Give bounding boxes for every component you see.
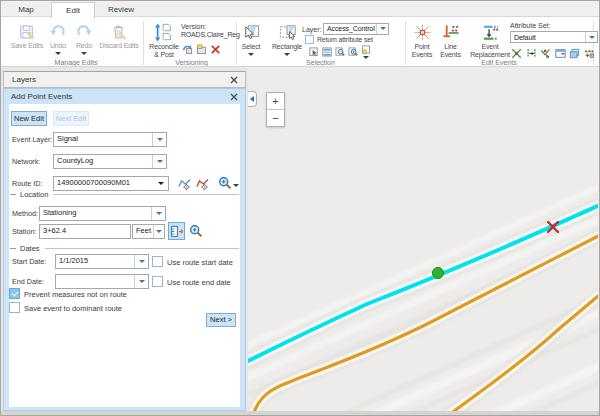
select-dropdown-caret[interactable] bbox=[248, 53, 254, 56]
delete-version-icon[interactable] bbox=[210, 44, 221, 55]
selection-small-buttons bbox=[309, 45, 371, 59]
event-layer-arrow[interactable] bbox=[152, 133, 166, 146]
redo-icon bbox=[75, 23, 93, 41]
network-combobox[interactable]: CountyLog bbox=[53, 154, 167, 169]
undo-button[interactable]: Undo bbox=[45, 23, 71, 55]
pane-collapse-tab[interactable] bbox=[248, 91, 257, 107]
line-events-button[interactable]: Line Events bbox=[437, 23, 464, 58]
select-route-red-button[interactable] bbox=[196, 177, 209, 191]
add-point-events-pane: Add Point Events New Edit Next Edit Even… bbox=[3, 88, 246, 411]
use-route-end-date-checkbox[interactable] bbox=[152, 276, 163, 287]
add-point-events-close-button[interactable] bbox=[227, 91, 241, 103]
group-label-manage-edits: Manage Edits bbox=[31, 59, 121, 66]
redo-dropdown-caret[interactable] bbox=[81, 52, 87, 55]
event-options-gear-icon[interactable] bbox=[584, 48, 595, 59]
rectangle-select-button[interactable]: Rectangle bbox=[268, 23, 306, 56]
station-units-combobox[interactable]: Feet bbox=[132, 224, 165, 239]
start-date-arrow[interactable] bbox=[134, 255, 148, 268]
undo-label: Undo bbox=[45, 42, 71, 50]
group-label-versioning: Versioning bbox=[147, 59, 236, 66]
rectangle-dropdown-caret[interactable] bbox=[284, 53, 290, 56]
select-button[interactable]: Select bbox=[238, 23, 264, 56]
split-event-icon[interactable] bbox=[511, 48, 522, 59]
event-point-marker[interactable] bbox=[433, 268, 444, 279]
map-view[interactable] bbox=[248, 67, 599, 411]
retire-event-icon[interactable] bbox=[540, 48, 551, 59]
discard-edits-button[interactable]: Discard Edits bbox=[95, 23, 143, 50]
route-zoom-button[interactable] bbox=[218, 176, 232, 190]
end-date-arrow[interactable] bbox=[134, 275, 148, 288]
save-to-dominant-row: Save event to dominant route bbox=[9, 302, 122, 313]
use-route-start-date-checkbox[interactable] bbox=[152, 256, 163, 267]
save-edits-icon bbox=[18, 23, 36, 41]
return-attribute-set-row: Return attribute set bbox=[305, 35, 373, 44]
station-value: 3+62.4 bbox=[40, 225, 130, 238]
undo-icon bbox=[49, 23, 67, 41]
route-id-combobox[interactable]: 14900000700090M01 bbox=[53, 176, 169, 191]
start-date-combobox[interactable]: 1/1/2015 bbox=[55, 254, 149, 269]
save-edits-label: Save Edits bbox=[7, 42, 47, 50]
attribute-set-combobox[interactable]: Default bbox=[510, 31, 598, 43]
copy-events-icon[interactable] bbox=[569, 48, 580, 59]
network-arrow[interactable] bbox=[152, 155, 166, 168]
rectangle-select-label: Rectangle bbox=[268, 43, 306, 51]
tab-map[interactable]: Map bbox=[11, 2, 41, 17]
prevent-measures-checkbox[interactable] bbox=[9, 288, 20, 299]
method-combobox[interactable]: Stationing bbox=[39, 206, 166, 221]
undo-dropdown-caret[interactable] bbox=[55, 52, 61, 55]
route-id-value: 14900000700090M01 bbox=[54, 177, 154, 190]
return-attribute-set-label: Return attribute set bbox=[317, 36, 373, 43]
refresh-version-icon[interactable] bbox=[182, 44, 193, 55]
station-input[interactable]: 3+62.4 bbox=[39, 224, 131, 239]
method-arrow[interactable] bbox=[151, 207, 165, 220]
station-picker-icon bbox=[170, 225, 183, 238]
event-attributes-icon[interactable] bbox=[555, 48, 566, 59]
layer-combobox[interactable]: Access_Control bbox=[323, 23, 389, 35]
zoom-in-button[interactable]: + bbox=[267, 93, 284, 110]
event-replacement-button[interactable]: Event Replacement bbox=[465, 23, 515, 58]
save-edits-button[interactable]: Save Edits bbox=[7, 23, 47, 50]
select-route-on-map-button[interactable] bbox=[177, 177, 191, 191]
map-canvas bbox=[248, 67, 598, 411]
zoom-to-selection-icon[interactable] bbox=[335, 47, 345, 57]
redo-button[interactable]: Redo bbox=[71, 23, 97, 55]
end-date-combobox[interactable] bbox=[55, 274, 149, 289]
location-group-header: Location bbox=[10, 190, 239, 199]
attribute-table-icon[interactable] bbox=[322, 47, 332, 57]
tab-edit[interactable]: Edit bbox=[51, 2, 95, 18]
tab-review[interactable]: Review bbox=[103, 2, 139, 17]
point-events-button[interactable]: Point Events bbox=[408, 23, 436, 58]
new-edit-button[interactable]: New Edit bbox=[11, 111, 47, 126]
pan-to-selection-icon[interactable] bbox=[348, 47, 358, 57]
save-to-dominant-checkbox[interactable] bbox=[9, 302, 20, 313]
layers-pane-header[interactable]: Layers bbox=[3, 71, 246, 88]
station-zoom-button[interactable] bbox=[189, 224, 203, 238]
attribute-set-combobox-arrow[interactable] bbox=[585, 32, 597, 42]
layers-pane-close-button[interactable] bbox=[227, 74, 241, 86]
arcgis-pro-window: Map Edit Review Save Edits Undo bbox=[0, 0, 600, 416]
next-edit-button[interactable]: Next Edit bbox=[53, 111, 89, 126]
route-id-arrow[interactable] bbox=[154, 177, 168, 190]
ribbon-tab-strip: Map Edit Review bbox=[1, 1, 599, 17]
edit-events-small-buttons bbox=[511, 48, 595, 59]
station-picker-button[interactable] bbox=[168, 222, 185, 240]
selection-options-icon[interactable] bbox=[361, 45, 371, 55]
layer-combobox-arrow[interactable] bbox=[376, 24, 388, 34]
route-zoom-caret[interactable] bbox=[233, 184, 239, 187]
version-value: ROADS.Claire_Reg bbox=[181, 31, 240, 38]
event-layer-combobox[interactable]: Signal bbox=[53, 132, 167, 147]
save-to-dominant-label: Save event to dominant route bbox=[24, 302, 122, 313]
add-point-events-header[interactable]: Add Point Events bbox=[4, 89, 245, 104]
return-attribute-set-checkbox[interactable] bbox=[305, 35, 314, 44]
next-button[interactable]: Next > bbox=[206, 313, 236, 327]
reconcile-post-button[interactable]: Reconcile & Post bbox=[148, 23, 180, 58]
map-background bbox=[248, 67, 598, 411]
select-features-icon[interactable] bbox=[309, 47, 319, 57]
selection-options-button[interactable] bbox=[361, 45, 371, 59]
route-id-label: Route ID: bbox=[12, 179, 42, 188]
new-version-icon[interactable] bbox=[196, 44, 207, 55]
close-icon bbox=[230, 93, 238, 101]
station-units-arrow[interactable] bbox=[153, 225, 164, 238]
merge-events-icon[interactable] bbox=[526, 48, 537, 59]
zoom-out-button[interactable]: − bbox=[267, 110, 284, 127]
